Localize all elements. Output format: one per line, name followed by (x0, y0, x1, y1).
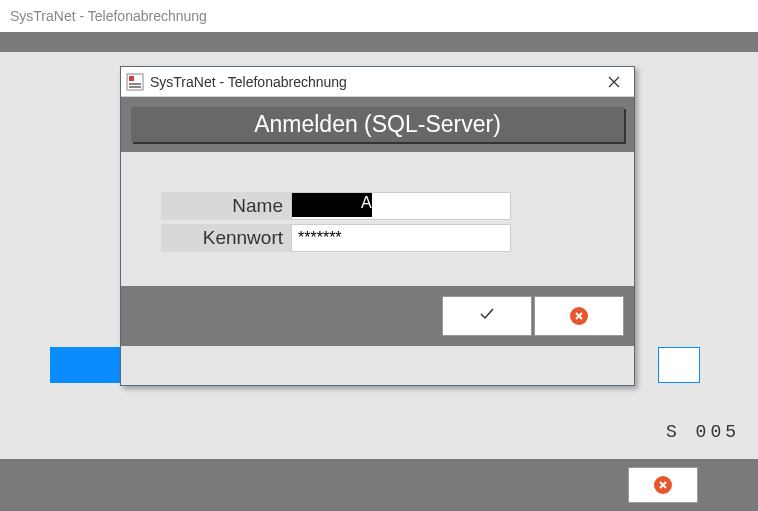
dialog-title: SysTraNet - Telefonabrechnung (144, 74, 594, 90)
svg-rect-2 (129, 83, 141, 85)
dialog-close-button[interactable] (594, 67, 634, 96)
close-icon (608, 76, 620, 88)
password-label: Kennwort (161, 224, 291, 252)
svg-rect-3 (129, 86, 141, 88)
redacted-letter: A (361, 194, 372, 212)
login-dialog: SysTraNet - Telefonabrechnung Anmelden (… (120, 66, 635, 386)
dialog-titlebar: SysTraNet - Telefonabrechnung (121, 67, 634, 97)
main-cancel-button[interactable] (628, 467, 698, 503)
main-window-title: SysTraNet - Telefonabrechnung (0, 0, 758, 32)
cancel-icon (570, 307, 588, 325)
password-input[interactable] (291, 224, 511, 252)
cancel-button[interactable] (534, 296, 624, 336)
dialog-banner-area: Anmelden (SQL-Server) (121, 97, 634, 152)
white-field[interactable] (658, 347, 700, 383)
blue-block (50, 347, 125, 383)
cancel-icon (654, 476, 672, 494)
login-form: Name A Kennwort (121, 152, 634, 286)
dialog-footer (121, 286, 634, 346)
top-bar (0, 32, 758, 52)
redacted-overlay (292, 193, 372, 217)
check-icon (478, 305, 496, 328)
ok-button[interactable] (442, 296, 532, 336)
app-icon (126, 73, 144, 91)
svg-rect-1 (129, 76, 134, 81)
dialog-banner: Anmelden (SQL-Server) (131, 107, 624, 142)
name-label: Name (161, 192, 291, 220)
status-text: S 005 (666, 422, 740, 442)
